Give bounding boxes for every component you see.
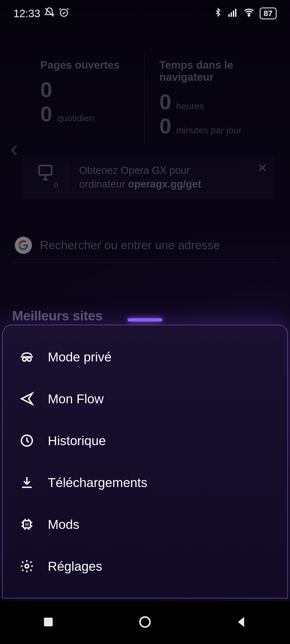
menu-private-mode[interactable]: Mode privé [3, 336, 287, 378]
system-nav-bar [0, 601, 290, 644]
svg-text:M: M [25, 522, 28, 527]
menu-label: Téléchargements [48, 475, 147, 490]
chip-icon: M [19, 516, 35, 532]
menu-settings[interactable]: Réglages [3, 545, 287, 587]
battery-indicator: 87 [260, 8, 277, 19]
signal-icon [227, 7, 238, 20]
download-icon [19, 474, 35, 491]
alarm-icon [59, 7, 69, 20]
svg-rect-4 [235, 9, 236, 17]
svg-point-14 [25, 564, 29, 568]
svg-point-9 [23, 357, 26, 361]
bottom-sheet-menu: Mode privé Mon Flow Historique Télécharg… [2, 325, 288, 598]
menu-my-flow[interactable]: Mon Flow [3, 378, 287, 420]
svg-point-10 [27, 357, 31, 361]
svg-point-16 [140, 617, 150, 627]
gear-icon [19, 558, 35, 574]
nav-recent-button[interactable] [41, 614, 56, 631]
svg-rect-15 [44, 618, 53, 627]
menu-history[interactable]: Historique [3, 420, 287, 462]
wifi-icon [243, 7, 255, 20]
menu-label: Réglages [48, 559, 102, 574]
menu-label: Mods [48, 517, 79, 532]
sheet-handle[interactable] [128, 318, 162, 321]
svg-rect-2 [230, 12, 232, 17]
bluetooth-icon [213, 7, 223, 20]
status-bar: 12:33 87 [0, 0, 290, 27]
menu-label: Mode privé [48, 350, 111, 364]
svg-rect-3 [233, 10, 234, 17]
menu-downloads[interactable]: Téléchargements [3, 462, 287, 503]
svg-point-5 [248, 15, 249, 16]
menu-label: Mon Flow [48, 391, 104, 406]
menu-label: Historique [48, 433, 106, 448]
svg-rect-1 [228, 14, 230, 17]
nav-home-button[interactable] [137, 614, 153, 631]
status-time: 12:33 [13, 8, 40, 20]
nav-back-button[interactable] [234, 614, 249, 631]
incognito-icon [19, 349, 35, 365]
clock-icon [19, 433, 35, 449]
menu-mods[interactable]: M Mods [3, 503, 287, 545]
mute-icon [44, 7, 55, 20]
send-icon [19, 391, 35, 407]
